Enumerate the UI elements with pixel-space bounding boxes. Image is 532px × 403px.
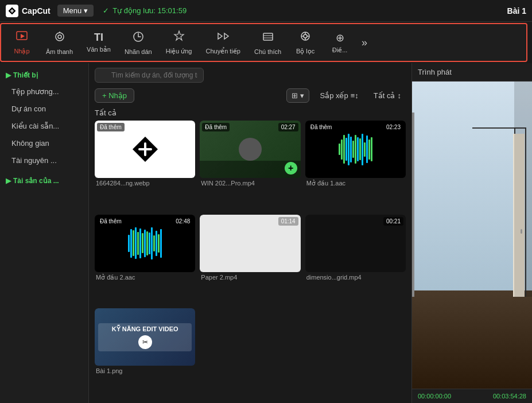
bo-loc-icon: [299, 30, 312, 45]
nhap-label: Nhập: [14, 48, 29, 55]
toolbar-more-button[interactable]: »: [357, 33, 372, 52]
timecode-current: 00:00:00:00: [418, 393, 451, 400]
sidebar-section-thiet-bi: ▶ Thiết bị: [0, 68, 88, 83]
am-thanh-label: Âm thanh: [46, 48, 73, 55]
sidebar-section-tai-san: ▶ Tài sản của ...: [0, 173, 88, 188]
media-item-mo-dau-2[interactable]: Đã thêm 02:48 Mở đầu 2.aac: [95, 215, 195, 304]
toolbar-item-chu-thich[interactable]: Chú thích: [247, 27, 288, 59]
timecode-total: 00:03:54:28: [493, 393, 526, 400]
svg-point-2: [56, 33, 64, 41]
toolbar-item-hieu-ung[interactable]: Hiệu ứng: [159, 26, 199, 59]
chevron-down-icon: ▾: [300, 91, 304, 100]
svg-marker-8: [224, 33, 228, 39]
top-bar: CapCut Menu ▾ ✓ Tự động lưu: 15:01:59 Bà…: [0, 0, 532, 22]
toolbar-item-chuyen-tiep[interactable]: Chuyển tiếp: [199, 26, 247, 59]
project-title: Bài 1: [507, 6, 526, 16]
media-thumb-win: Đã thêm 02:27 +: [200, 121, 300, 178]
media-name-win: WIN 202...Pro.mp4: [200, 178, 300, 187]
menu-button[interactable]: Menu ▾: [57, 5, 94, 17]
preview-panel: Trình phát: [411, 63, 532, 403]
dieu-label: Điề...: [332, 46, 348, 54]
media-thumb-paper: 01:14: [200, 215, 300, 272]
view-toggle-button[interactable]: ⊞ ▾: [286, 88, 309, 103]
media-thumb-capcut: Đã thêm: [95, 121, 195, 178]
chuyen-tiep-icon: [217, 30, 230, 45]
toolbar-item-van-ban[interactable]: TI Văn bản: [80, 28, 118, 57]
media-name-bai1: Bài 1.png: [95, 366, 195, 374]
sidebar-item-du-an-con[interactable]: Dự án con: [3, 100, 85, 117]
dieu-icon: ⊕: [336, 32, 344, 44]
added-badge-mo-dau-1: Đã thêm: [308, 123, 335, 131]
media-item-bai1[interactable]: KỸ NĂNG EDIT VIDEO ✂ Bài 1.png: [95, 308, 195, 397]
svg-point-13: [304, 34, 307, 38]
media-name-dimensions: dimensio...grid.mp4: [305, 272, 406, 281]
toolbar-item-nhan-dan[interactable]: Nhãn dán: [118, 27, 159, 59]
category-label: Tất cả: [89, 106, 411, 121]
nhap-icon: [15, 30, 28, 45]
media-item-paper[interactable]: 01:14 Paper 2.mp4: [200, 215, 300, 304]
content-area: 🔍 + Nhập ⊞ ▾ Sắp xếp ≡↕ Tất cả ↕: [89, 63, 411, 403]
duration-badge-dimensions: 00:21: [383, 217, 403, 226]
toolbar: Nhập Âm thanh TI Văn bản: [0, 23, 527, 62]
preview-title: Trình phát: [412, 63, 532, 82]
capcut-logo-icon: [6, 5, 18, 17]
added-badge-win: Đã thêm: [202, 123, 230, 131]
chu-thich-icon: [262, 30, 274, 46]
autosave-status: ✓ Tự động lưu: 15:01:59: [103, 6, 187, 15]
filter-button[interactable]: Tất cả ↕: [369, 89, 406, 102]
duration-badge-mo-dau-1: 02:23: [383, 123, 403, 131]
search-input[interactable]: [95, 68, 204, 83]
svg-point-3: [58, 35, 61, 38]
filter-icon: ↕: [398, 91, 402, 100]
grid-view-icon: ⊞: [292, 91, 298, 100]
van-ban-icon: TI: [94, 32, 103, 44]
hieu-ung-label: Hiệu ứng: [166, 48, 192, 55]
duration-badge-mo-dau-2: 02:48: [173, 217, 193, 226]
sidebar-item-tep-phuong[interactable]: Tệp phương...: [3, 83, 85, 100]
preview-video: [412, 82, 532, 389]
sidebar-item-tai-nguyen[interactable]: Tài nguyên ...: [3, 152, 85, 169]
toolbar-item-nhap[interactable]: Nhập: [5, 26, 39, 59]
chu-thich-label: Chú thích: [254, 48, 281, 55]
media-name-mo-dau-2: Mở đầu 2.aac: [95, 272, 195, 281]
duration-badge-paper: 01:14: [278, 217, 298, 226]
media-thumb-mo-dau-2: Đã thêm 02:48: [95, 215, 195, 272]
toolbar-item-dieu[interactable]: ⊕ Điề...: [323, 28, 357, 57]
duration-badge-win: 02:27: [278, 123, 298, 131]
sidebar-item-khong-gian[interactable]: Không gian: [3, 135, 85, 152]
media-thumb-mo-dau-1: Đã thêm 02:23: [305, 121, 406, 178]
sidebar: ▶ Thiết bị Tệp phương... Dự án con Kiểu …: [0, 63, 89, 403]
hieu-ung-icon: [173, 30, 185, 45]
audio-wave-1: [339, 132, 372, 166]
preview-timecode: 00:00:00:00 00:03:54:28: [412, 389, 532, 403]
autosave-icon: ✓: [103, 6, 109, 15]
search-wrapper: 🔍: [95, 68, 406, 83]
media-item-mo-dau-1[interactable]: Đã thêm 02:23 Mở đầu 1.aac: [305, 121, 406, 210]
toolbar-item-bo-loc[interactable]: Bộ lọc: [288, 26, 323, 59]
bo-loc-label: Bộ lọc: [296, 48, 314, 55]
triangle-icon: ▶: [6, 71, 11, 79]
chuyen-tiep-label: Chuyển tiếp: [205, 48, 240, 55]
triangle-icon-2: ▶: [6, 177, 11, 185]
media-thumb-bai1: KỸ NĂNG EDIT VIDEO ✂: [95, 308, 195, 366]
add-overlay-win[interactable]: +: [285, 162, 297, 175]
sort-button[interactable]: Sắp xếp ≡↕: [315, 89, 363, 102]
audio-wave-2: [128, 226, 162, 261]
sidebar-item-kieu-cai-san[interactable]: Kiểu cài sẵn...: [3, 118, 85, 134]
am-thanh-icon: [53, 30, 66, 46]
svg-marker-1: [21, 34, 25, 38]
media-name-paper: Paper 2.mp4: [200, 272, 300, 281]
svg-marker-7: [218, 33, 222, 39]
media-item-win[interactable]: Đã thêm 02:27 + WIN 202...Pro.mp4: [200, 121, 300, 210]
media-item-capcut[interactable]: Đã thêm 1664284...ng.webp: [95, 121, 195, 210]
media-name-capcut: 1664284...ng.webp: [95, 178, 195, 187]
added-badge-mo-dau-2: Đã thêm: [97, 217, 125, 226]
svg-rect-9: [263, 33, 273, 40]
toolbar-item-am-thanh[interactable]: Âm thanh: [39, 27, 80, 59]
media-item-dimensions[interactable]: 00:21 dimensio...grid.mp4: [305, 215, 406, 304]
added-badge-capcut: Đã thêm: [97, 123, 125, 131]
action-bar: + Nhập ⊞ ▾ Sắp xếp ≡↕ Tất cả ↕: [89, 85, 411, 106]
add-button[interactable]: + Nhập: [95, 88, 134, 103]
nhan-dan-label: Nhãn dán: [125, 48, 152, 55]
toolbar-container: Nhập Âm thanh TI Văn bản: [0, 22, 532, 63]
